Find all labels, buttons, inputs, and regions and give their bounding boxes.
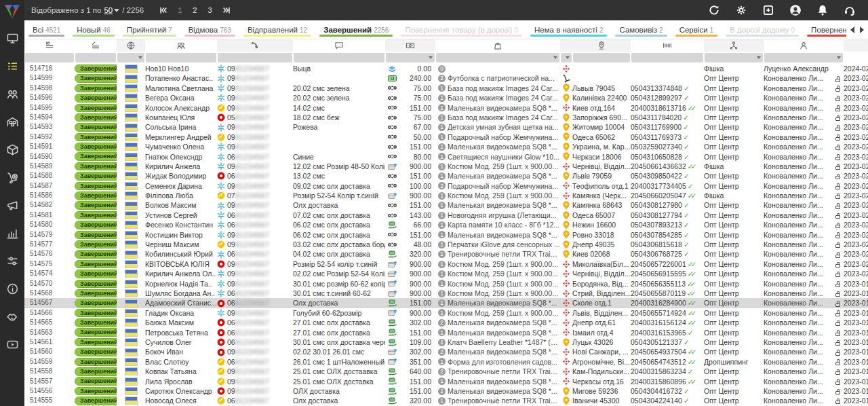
warehouse-icon[interactable] [4, 113, 20, 130]
table-row[interactable]: 514599ЗавершенийПотапенко Анастас..09812… [24, 73, 868, 83]
table-row[interactable]: 514590ЗавершенийГнатюк Олексндр068123456… [24, 152, 868, 162]
table-row[interactable]: 514558ЗавершенийКовпак Татьяна0981234567… [24, 367, 868, 376]
table-row[interactable]: 514589ЗавершенийКирилич Анжела0981234567… [24, 162, 868, 171]
marketing-megaphone-icon[interactable] [4, 197, 20, 213]
tabs-scroll-right-icon[interactable] [860, 26, 864, 33]
statistics-chart-icon[interactable] [4, 225, 20, 241]
tab-відправлений[interactable]: Відправлений12 [239, 20, 315, 39]
filter-input-name[interactable] [146, 53, 216, 62]
filter-input-id[interactable] [25, 53, 74, 62]
settings-gear-icon[interactable] [735, 4, 747, 16]
column-header-status[interactable] [75, 39, 117, 52]
table-row[interactable]: 514563ЗавершенийПетровська Тетяна0681234… [24, 328, 868, 337]
table-row[interactable]: 514716ЗавершенийНов10 Нов100981234567Выц… [24, 64, 868, 73]
table-row[interactable]: 514555ЗавершенийНовосад Олеся0681234567О… [24, 396, 868, 405]
tab-повернення-товару-в-дорозі-[interactable]: Повернення товару (в дорозі)0 [397, 20, 526, 39]
table-row[interactable]: 514576ЗавершенийКобилинський Юрий0681234… [24, 249, 868, 259]
table-row[interactable]: 514595ЗавершенийКолосок Александр0981234… [24, 103, 868, 113]
add-new-icon[interactable] [762, 4, 774, 16]
table-row[interactable]: 514580ЗавершенийФесенко Константин068123… [24, 220, 868, 229]
filter-input-delivery[interactable] [561, 53, 572, 62]
table-row[interactable]: 514596ЗавершенийВегера Оксана09812345672… [24, 93, 868, 103]
products-box-icon[interactable] [4, 141, 20, 158]
settings-sliders-icon[interactable] [4, 253, 20, 269]
support-headset-icon[interactable] [844, 4, 856, 16]
column-header-flag[interactable] [117, 39, 145, 52]
tab-відмова[interactable]: Відмова763 [180, 20, 239, 39]
column-header-date[interactable] [844, 39, 868, 52]
per-page-dropdown[interactable]: 50 [104, 6, 119, 14]
table-row[interactable]: 514575ЗавершенийКВІТОВСЬКА ЮЛІЯ098123456… [24, 259, 868, 269]
table-row[interactable]: 514586ЗавершенийФіліпова Люба0781234567Р… [24, 191, 868, 200]
table-row[interactable]: 514560ЗавершенийБокоч Иван098123456702.0… [24, 347, 868, 356]
column-header-manager[interactable] [764, 39, 844, 52]
table-row[interactable]: 514577ЗавершенийЧерниш Максим09812345670… [24, 240, 868, 249]
table-row[interactable]: 514568ЗавершенийШумляс Богдана Ан..06812… [24, 289, 868, 298]
page-number-2[interactable]: 2 [193, 6, 197, 14]
table-row[interactable]: 514581ЗавершенийУстинов Сергей0681234567… [24, 210, 868, 220]
tab-завершений[interactable]: Завершений2256 [315, 20, 397, 39]
filter-input-funnel[interactable] [705, 53, 763, 62]
filter-input-phone[interactable] [218, 53, 292, 62]
purchases-trolley-icon[interactable] [4, 169, 20, 185]
table-row[interactable]: 514570ЗавершенийКорнелюк Надія Та..09812… [24, 279, 868, 289]
refresh-icon[interactable] [708, 4, 720, 16]
tab-сервіси[interactable]: Сервіси1 [671, 20, 722, 39]
table-row[interactable]: 514574ЗавершенийКирилич Анжела Ол..09812… [24, 269, 868, 278]
column-header-ttn[interactable] [631, 39, 704, 52]
partners-handshake-icon[interactable] [4, 308, 20, 325]
table-row[interactable]: 514598ЗавершенийМалютина Светлана0981234… [24, 84, 868, 93]
table-row[interactable]: 514594ЗавершенийКомпанец Юля058123456718… [24, 113, 868, 122]
filter-input-sum[interactable] [386, 53, 435, 62]
filter-dropdown-icon[interactable] [553, 56, 557, 59]
table-row[interactable]: 514561ЗавершенийСучилов Олег068123456730… [24, 337, 868, 347]
tab-прийнятий[interactable]: Прийнятий7 [119, 20, 180, 39]
filter-input-flag[interactable] [117, 53, 144, 62]
column-header-sum[interactable] [385, 39, 435, 52]
tab-в-дорозі-додому[interactable]: В дорозі додому0 [722, 20, 803, 39]
tab-всі[interactable]: Всі4521 [24, 20, 68, 39]
table-row[interactable]: 514567ЗавершенийАдамовский Станис...0681… [24, 298, 868, 308]
table-row[interactable]: 514579ЗавершенийКостишин Виктор098123456… [24, 230, 868, 240]
column-header-funnel[interactable] [704, 39, 764, 52]
table-row[interactable]: 514566ЗавершенийГладик Оксана0981234567Г… [24, 308, 868, 318]
video-tutorials-icon[interactable] [4, 336, 20, 352]
column-header-city[interactable] [572, 39, 631, 52]
table-row[interactable]: 514592ЗавершенийМерклингер Андрей0981234… [24, 132, 868, 142]
table-row[interactable]: 514587ЗавершенийСеменюк Дарина0981234567… [24, 181, 868, 191]
filter-dropdown-icon[interactable] [757, 56, 761, 59]
tabs-scroll-left-icon[interactable] [850, 26, 854, 33]
orders-list-icon[interactable] [4, 58, 20, 74]
column-header-phone[interactable] [217, 39, 293, 52]
tab-нема-в-наявності[interactable]: Нема в наявності2 [526, 20, 611, 39]
filter-input-status[interactable] [75, 53, 116, 62]
column-header-comment[interactable] [293, 39, 385, 52]
notifications-bell-icon[interactable] [816, 4, 829, 16]
filter-dropdown-icon[interactable] [138, 56, 142, 59]
page-number-3[interactable]: 3 [208, 6, 212, 14]
column-header-name[interactable] [145, 39, 217, 52]
column-header-delivery[interactable] [560, 39, 572, 52]
table-row[interactable]: 514591ЗавершенийЧумаченко Олена098123456… [24, 142, 868, 151]
tab-самовивіз[interactable]: Самовивіз2 [611, 20, 671, 39]
page-number-1[interactable]: 1 [178, 6, 182, 14]
column-header-id[interactable] [24, 39, 75, 52]
first-page-icon[interactable] [159, 5, 168, 15]
filter-dropdown-icon[interactable] [837, 56, 841, 59]
info-icon[interactable] [4, 280, 20, 297]
table-row[interactable]: 514559ЗавершенийВлас Слотюу068123456726.… [24, 357, 868, 367]
filter-input-ttn[interactable] [631, 53, 703, 62]
table-row[interactable]: 514593ЗавершенийСольська Ірина0981234567… [24, 122, 868, 132]
tab-повернення-завершений-[interactable]: Повернення (завершений)125 [803, 20, 846, 39]
clients-users-icon[interactable] [4, 86, 20, 102]
table-row[interactable]: 514557ЗавершенийЛила Ярослав098123456725… [24, 377, 868, 386]
filter-dropdown-icon[interactable] [566, 56, 570, 59]
table-row[interactable]: 514556ЗавершенийСиротюк Олександр0981234… [24, 386, 868, 396]
filter-dropdown-icon[interactable] [429, 56, 433, 59]
column-header-product[interactable] [435, 39, 560, 52]
filter-input-city[interactable] [573, 53, 630, 62]
filter-input-product[interactable] [436, 53, 559, 62]
table-row[interactable]: 514582ЗавершенийВолков Максим0981234567О… [24, 200, 868, 210]
table-row[interactable]: 514588ЗавершенийЖидак Володимир068123456… [24, 171, 868, 181]
profile-icon[interactable] [789, 4, 802, 16]
